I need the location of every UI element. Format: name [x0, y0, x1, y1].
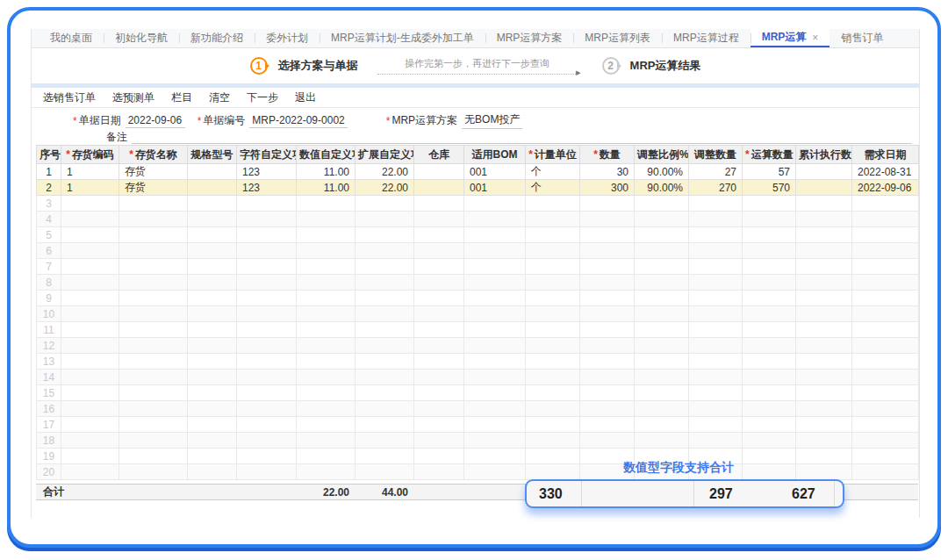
cell-adjqty[interactable]	[689, 385, 743, 401]
cell-unit[interactable]	[526, 449, 580, 464]
cell-name[interactable]	[119, 385, 188, 401]
cell-spec[interactable]	[188, 417, 237, 433]
cell-spec[interactable]	[188, 259, 237, 275]
cell-reqdate[interactable]: 2022-09-06	[852, 180, 919, 196]
cell-char1[interactable]	[237, 306, 297, 322]
cell-spec[interactable]	[188, 164, 237, 180]
cell-reqdate[interactable]	[852, 370, 919, 385]
cell-spec[interactable]	[188, 196, 237, 212]
cell-bom[interactable]	[464, 354, 526, 370]
cell-char1[interactable]	[237, 259, 297, 275]
cell-code[interactable]	[61, 464, 119, 480]
cell-execqty[interactable]	[796, 243, 852, 259]
cell-calcqty[interactable]: 570	[743, 180, 796, 196]
cell-reqdate[interactable]	[852, 243, 919, 259]
cell-ratio[interactable]	[635, 417, 689, 433]
cell-calcqty[interactable]	[743, 196, 796, 212]
cell-name[interactable]: 存货	[119, 164, 188, 180]
cell-adjqty[interactable]	[689, 322, 743, 338]
cell-qty[interactable]	[580, 196, 635, 212]
col-header-spec[interactable]: 规格型号	[188, 146, 237, 164]
cell-num1[interactable]	[297, 306, 356, 322]
cell-char1[interactable]	[237, 291, 297, 306]
cell-unit[interactable]	[526, 417, 580, 433]
cell-name[interactable]	[119, 401, 188, 417]
cell-wh[interactable]	[414, 306, 464, 322]
cell-execqty[interactable]	[796, 338, 852, 354]
cell-execqty[interactable]	[796, 449, 852, 464]
cell-calcqty[interactable]	[743, 385, 796, 401]
cell-execqty[interactable]	[796, 401, 852, 417]
cell-execqty[interactable]	[796, 259, 852, 275]
cell-unit[interactable]	[526, 291, 580, 306]
cell-wh[interactable]	[414, 370, 464, 385]
cell-code[interactable]	[61, 227, 119, 243]
col-header-wh[interactable]: 仓库	[414, 146, 464, 164]
cell-reqdate[interactable]	[852, 227, 919, 243]
col-header-name[interactable]: *存货名称	[119, 146, 188, 164]
cell-calcqty[interactable]	[743, 212, 796, 227]
cell-calcqty[interactable]	[743, 322, 796, 338]
cell-spec[interactable]	[188, 291, 237, 306]
cell-spec[interactable]	[188, 322, 237, 338]
cell-wh[interactable]	[414, 433, 464, 449]
col-header-bom[interactable]: 适用BOM	[464, 146, 526, 164]
cell-ext1[interactable]	[356, 417, 414, 433]
cell-unit[interactable]	[526, 306, 580, 322]
cell-ext1[interactable]	[356, 275, 414, 291]
cell-char1[interactable]	[237, 196, 297, 212]
cell-execqty[interactable]	[796, 196, 852, 212]
cell-wh[interactable]	[414, 401, 464, 417]
cell-code[interactable]	[61, 354, 119, 370]
cell-wh[interactable]	[414, 449, 464, 464]
cell-code[interactable]	[61, 243, 119, 259]
cell-execqty[interactable]	[796, 433, 852, 449]
cell-ext1[interactable]	[356, 306, 414, 322]
tab-我的桌面[interactable]: 我的桌面	[39, 29, 104, 47]
cell-qty[interactable]	[580, 354, 635, 370]
cell-spec[interactable]	[188, 385, 237, 401]
cell-num1[interactable]	[297, 417, 356, 433]
cell-bom[interactable]	[464, 306, 526, 322]
cell-char1[interactable]	[237, 433, 297, 449]
cell-adjqty[interactable]	[689, 401, 743, 417]
cell-bom[interactable]	[464, 243, 526, 259]
col-header-unit[interactable]: *计量单位	[526, 146, 580, 164]
cell-calcqty[interactable]	[743, 464, 796, 480]
tab-MRP运算过程[interactable]: MRP运算过程	[662, 29, 750, 47]
cell-calcqty[interactable]	[743, 275, 796, 291]
cell-num1[interactable]	[297, 227, 356, 243]
cell-ratio[interactable]: 90.00%	[635, 180, 689, 196]
col-header-adjqty[interactable]: 调整数量	[689, 146, 743, 164]
cell-unit[interactable]	[526, 433, 580, 449]
bill-no-field[interactable]: MRP-2022-09-0002	[249, 114, 347, 128]
cell-ext1[interactable]	[356, 370, 414, 385]
cell-ratio[interactable]	[635, 275, 689, 291]
cell-bom[interactable]	[464, 227, 526, 243]
cell-num1[interactable]	[297, 370, 356, 385]
cell-qty[interactable]	[580, 243, 635, 259]
cell-adjqty[interactable]: 27	[689, 164, 743, 180]
cell-code[interactable]	[61, 449, 119, 464]
cell-execqty[interactable]	[796, 417, 852, 433]
cell-char1[interactable]	[237, 322, 297, 338]
cell-wh[interactable]	[414, 196, 464, 212]
cell-ratio[interactable]	[635, 212, 689, 227]
cell-name[interactable]	[119, 291, 188, 306]
cell-num1[interactable]	[297, 291, 356, 306]
cell-name[interactable]	[119, 417, 188, 433]
cell-num1[interactable]: 11.00	[297, 180, 356, 196]
cell-reqdate[interactable]	[852, 401, 919, 417]
cell-code[interactable]: 1	[61, 164, 119, 180]
cell-bom[interactable]	[464, 433, 526, 449]
cell-bom[interactable]	[464, 259, 526, 275]
mrp-plan-field[interactable]: 无BOM投产	[462, 112, 522, 129]
toolbar-button-下一步[interactable]: 下一步	[247, 90, 278, 105]
cell-name[interactable]	[119, 464, 188, 480]
col-header-execqty[interactable]: 累计执行数量	[796, 146, 852, 164]
cell-spec[interactable]	[188, 338, 237, 354]
cell-ratio[interactable]	[635, 259, 689, 275]
cell-execqty[interactable]	[796, 164, 852, 180]
tab-MRP运算计划-生成委外加工单[interactable]: MRP运算计划-生成委外加工单	[320, 29, 485, 47]
cell-name[interactable]	[119, 212, 188, 227]
